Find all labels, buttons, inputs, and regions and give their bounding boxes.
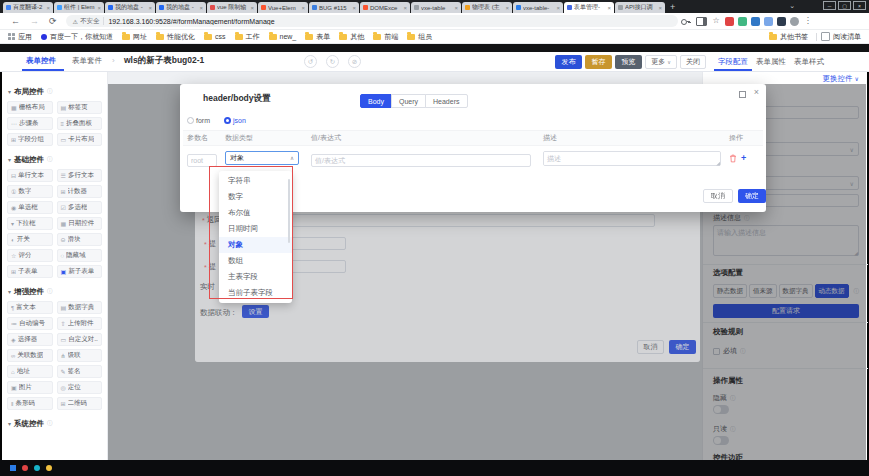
tab-close-icon[interactable]: ×	[658, 5, 662, 11]
tab-close-icon[interactable]: ×	[199, 5, 203, 11]
control-item[interactable]: ☰多行文本	[57, 169, 103, 182]
apps-shortcut[interactable]: 应用	[8, 32, 32, 42]
browser-tab[interactable]: vue 限制输×	[207, 2, 257, 13]
key-icon[interactable]	[681, 17, 690, 26]
fullscreen-icon[interactable]	[739, 91, 746, 98]
value-expression-input[interactable]	[311, 154, 531, 167]
refresh-button[interactable]: ⟳	[49, 17, 57, 26]
browser-menu-icon[interactable]: ⋮	[804, 17, 812, 25]
browser-tab[interactable]: 组件 | Elem×	[54, 2, 104, 13]
tab-close-icon[interactable]: ×	[352, 5, 356, 11]
reading-list[interactable]: 阅读清单	[821, 32, 861, 42]
tab-form-suites[interactable]: 表单套件	[72, 56, 102, 66]
forward-button[interactable]: →	[30, 17, 39, 26]
browser-tab[interactable]: 我的地盘 -×	[156, 2, 206, 13]
control-item[interactable]: ⋯步骤条	[7, 117, 53, 130]
control-group-header[interactable]: ▾系统控件ⓘ	[2, 417, 107, 430]
save-draft-button[interactable]: 暂存	[585, 55, 612, 69]
browser-tab[interactable]: BUG #115×	[309, 2, 359, 13]
tab-close-icon[interactable]: ×	[148, 5, 152, 11]
control-item[interactable]: ▦栅格布局	[7, 101, 53, 114]
publish-button[interactable]: 发布	[555, 55, 582, 69]
tab-close-icon[interactable]: ×	[46, 5, 50, 11]
segment-headers[interactable]: Headers	[425, 94, 467, 108]
control-item[interactable]: ⊞计数器	[57, 185, 103, 198]
bookmark-folder[interactable]: new_	[269, 33, 297, 40]
preview-button[interactable]: 预览	[615, 55, 642, 69]
control-item[interactable]: ⋔级联	[57, 349, 103, 362]
control-item[interactable]: ∞关联数据	[7, 349, 53, 362]
tab-form-properties[interactable]: 表单属性	[756, 57, 786, 67]
control-item[interactable]: ⊞字段分组	[7, 133, 53, 146]
extension-icon[interactable]	[751, 17, 760, 26]
control-item[interactable]: ◌隐藏域	[57, 249, 103, 262]
control-item-new-subform[interactable]: ▣新子表单	[57, 265, 103, 278]
dropdown-option-selected[interactable]: 对象	[219, 237, 292, 253]
extension-icon[interactable]	[764, 17, 773, 26]
clear-button[interactable]: ⊘	[348, 55, 361, 68]
browser-tab[interactable]: vxe-table×	[411, 2, 461, 13]
dropdown-scrollbar[interactable]	[288, 179, 290, 243]
bookmark-folder[interactable]: 表单	[305, 32, 330, 42]
vue-devtools-extension-icon[interactable]	[738, 17, 747, 26]
extension-icon[interactable]	[725, 17, 734, 26]
minimize-button[interactable]: ─	[823, 1, 836, 10]
control-item[interactable]: ⊟单行文本	[7, 169, 53, 182]
dropdown-option[interactable]: 字符串	[219, 173, 292, 189]
maximize-button[interactable]: ▢	[838, 1, 851, 10]
control-item[interactable]: ◐开关	[7, 233, 53, 246]
bookmark-star-icon[interactable]: ☆	[713, 17, 720, 25]
undo-button[interactable]: ↺	[304, 55, 317, 68]
control-item[interactable]: ¶富文本	[7, 301, 53, 314]
tab-field-config[interactable]: 字段配置	[718, 57, 748, 67]
ok-button[interactable]: 确定	[738, 189, 766, 203]
dropdown-option[interactable]: 布尔值	[219, 205, 292, 221]
back-button[interactable]: ←	[11, 17, 20, 26]
tab-close-icon[interactable]: ×	[454, 5, 458, 11]
control-item[interactable]: ⊞子表单	[7, 265, 53, 278]
bookmark-folder[interactable]: 工作	[235, 32, 260, 42]
control-item[interactable]: ≔自动编号	[7, 317, 53, 330]
browser-tab[interactable]: 我的地盘 -×	[105, 2, 155, 13]
data-type-select[interactable]: 对象 ∧	[225, 151, 299, 165]
browser-tab[interactable]: Vue+Elem×	[258, 2, 308, 13]
browser-tab-active[interactable]: 表单管理-×	[564, 2, 614, 13]
tab-close-icon[interactable]: ×	[301, 5, 305, 11]
redo-button[interactable]: ↻	[326, 55, 339, 68]
control-group-header[interactable]: ▾布局控件ⓘ	[2, 85, 107, 98]
control-item[interactable]: ☆评分	[7, 249, 53, 262]
control-group-header[interactable]: ▾基础控件ⓘ	[2, 153, 107, 166]
bookmark-folder[interactable]: 其他	[339, 32, 364, 42]
control-item[interactable]: ◉单选框	[7, 201, 53, 214]
control-item[interactable]: ⌂地址	[7, 365, 53, 378]
tab-form-style[interactable]: 表单样式	[794, 57, 824, 67]
dialog-close-icon[interactable]: ×	[754, 88, 759, 97]
control-item[interactable]: ▭自定义对..	[57, 333, 103, 346]
control-item[interactable]: ①数字	[7, 185, 53, 198]
radio-form[interactable]: form	[187, 117, 210, 124]
tab-close-icon[interactable]: ×	[607, 5, 611, 11]
profile-avatar-icon[interactable]	[790, 17, 799, 26]
tab-close-icon[interactable]: ×	[250, 5, 254, 11]
return-value-input[interactable]	[240, 214, 655, 227]
control-item[interactable]: ⊞二维码	[57, 397, 103, 410]
control-item[interactable]: ▾下拉框	[7, 217, 53, 230]
taskbar-app-icon[interactable]	[46, 465, 52, 471]
bookmark-item[interactable]: 百度一下，你就知道	[41, 32, 113, 42]
control-item[interactable]: ◈选择器	[7, 333, 53, 346]
radio-json[interactable]: json	[224, 117, 246, 124]
tab-close-icon[interactable]: ×	[556, 5, 560, 11]
browser-tab[interactable]: DOMExce×	[360, 2, 410, 13]
dropdown-option[interactable]: 数字	[219, 189, 292, 205]
bookmark-folder[interactable]: 前端	[373, 32, 398, 42]
control-group-header[interactable]: ▾增强控件ⓘ	[2, 285, 107, 298]
close-form-button[interactable]: 关闭	[680, 55, 706, 69]
tab-search-icon[interactable]: ⌄	[789, 2, 795, 10]
side-panel-icon[interactable]	[696, 17, 707, 26]
browser-tab[interactable]: vxe-table-×	[513, 2, 563, 13]
tab-close-icon[interactable]: ×	[97, 5, 101, 11]
control-item[interactable]: ⊝滑块	[57, 233, 103, 246]
new-tab-button[interactable]: +	[670, 3, 675, 12]
cancel-button[interactable]: 取消	[703, 189, 733, 203]
segment-query[interactable]: Query	[391, 94, 426, 108]
